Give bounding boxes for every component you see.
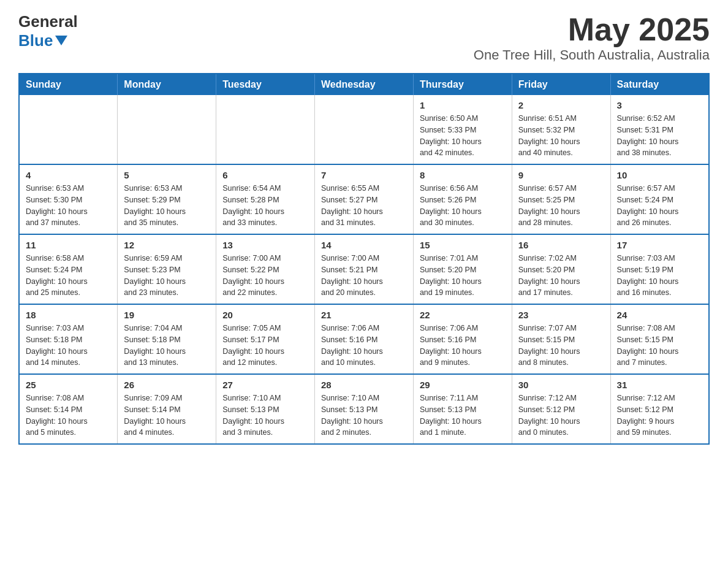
calendar-day-cell: 24Sunrise: 7:08 AM Sunset: 5:15 PM Dayli… [610,304,709,374]
calendar-header-row: SundayMondayTuesdayWednesdayThursdayFrid… [19,74,709,95]
day-number: 3 [617,100,702,110]
calendar-day-cell: 28Sunrise: 7:10 AM Sunset: 5:13 PM Dayli… [315,374,414,444]
day-info: Sunrise: 7:09 AM Sunset: 5:14 PM Dayligh… [124,393,210,439]
logo-line1: General [18,12,78,31]
day-info: Sunrise: 7:03 AM Sunset: 5:19 PM Dayligh… [617,253,702,299]
day-info: Sunrise: 6:57 AM Sunset: 5:24 PM Dayligh… [617,183,702,229]
calendar-day-cell: 1Sunrise: 6:50 AM Sunset: 5:33 PM Daylig… [413,95,512,164]
calendar-day-cell: 31Sunrise: 7:12 AM Sunset: 5:12 PM Dayli… [610,374,709,444]
day-number: 22 [420,310,506,320]
day-info: Sunrise: 7:06 AM Sunset: 5:16 PM Dayligh… [420,323,506,369]
calendar-day-cell: 10Sunrise: 6:57 AM Sunset: 5:24 PM Dayli… [610,164,709,234]
day-info: Sunrise: 6:52 AM Sunset: 5:31 PM Dayligh… [617,113,702,159]
day-info: Sunrise: 6:54 AM Sunset: 5:28 PM Dayligh… [222,183,308,229]
day-info: Sunrise: 7:12 AM Sunset: 5:12 PM Dayligh… [518,393,604,439]
day-number: 28 [321,380,407,390]
calendar-body: 1Sunrise: 6:50 AM Sunset: 5:33 PM Daylig… [19,95,709,444]
day-info: Sunrise: 6:51 AM Sunset: 5:32 PM Dayligh… [518,113,604,159]
day-number: 13 [222,240,308,250]
calendar-week-row: 18Sunrise: 7:03 AM Sunset: 5:18 PM Dayli… [19,304,709,374]
day-number: 18 [26,310,111,320]
day-number: 5 [124,170,210,180]
calendar-header: SundayMondayTuesdayWednesdayThursdayFrid… [19,74,709,95]
calendar-day-cell: 7Sunrise: 6:55 AM Sunset: 5:27 PM Daylig… [315,164,414,234]
day-number: 27 [222,380,308,390]
day-info: Sunrise: 7:00 AM Sunset: 5:22 PM Dayligh… [222,253,308,299]
day-number: 19 [124,310,210,320]
day-number: 25 [26,380,111,390]
calendar-day-header: Sunday [19,74,118,95]
day-info: Sunrise: 7:12 AM Sunset: 5:12 PM Dayligh… [617,393,702,439]
calendar-day-cell [19,95,118,164]
day-info: Sunrise: 7:06 AM Sunset: 5:16 PM Dayligh… [321,323,407,369]
day-info: Sunrise: 7:04 AM Sunset: 5:18 PM Dayligh… [124,323,210,369]
calendar-table: SundayMondayTuesdayWednesdayThursdayFrid… [18,73,710,445]
calendar-day-cell: 13Sunrise: 7:00 AM Sunset: 5:22 PM Dayli… [216,234,315,304]
calendar-day-cell: 22Sunrise: 7:06 AM Sunset: 5:16 PM Dayli… [413,304,512,374]
logo-line2: Blue [18,31,70,50]
day-info: Sunrise: 7:05 AM Sunset: 5:17 PM Dayligh… [222,323,308,369]
day-info: Sunrise: 6:53 AM Sunset: 5:29 PM Dayligh… [124,183,210,229]
day-info: Sunrise: 7:08 AM Sunset: 5:14 PM Dayligh… [26,393,111,439]
day-info: Sunrise: 7:08 AM Sunset: 5:15 PM Dayligh… [617,323,702,369]
calendar-week-row: 4Sunrise: 6:53 AM Sunset: 5:30 PM Daylig… [19,164,709,234]
day-number: 12 [124,240,210,250]
calendar-day-header: Wednesday [315,74,414,95]
calendar-day-cell: 29Sunrise: 7:11 AM Sunset: 5:13 PM Dayli… [413,374,512,444]
day-number: 23 [518,310,604,320]
day-number: 24 [617,310,702,320]
day-number: 31 [617,380,702,390]
calendar-day-cell [216,95,315,164]
day-info: Sunrise: 6:59 AM Sunset: 5:23 PM Dayligh… [124,253,210,299]
day-number: 26 [124,380,210,390]
day-info: Sunrise: 7:07 AM Sunset: 5:15 PM Dayligh… [518,323,604,369]
day-info: Sunrise: 6:56 AM Sunset: 5:26 PM Dayligh… [420,183,506,229]
calendar-day-cell: 16Sunrise: 7:02 AM Sunset: 5:20 PM Dayli… [512,234,610,304]
calendar-day-cell [315,95,414,164]
calendar-day-cell: 19Sunrise: 7:04 AM Sunset: 5:18 PM Dayli… [118,304,216,374]
day-info: Sunrise: 7:01 AM Sunset: 5:20 PM Dayligh… [420,253,506,299]
day-info: Sunrise: 7:02 AM Sunset: 5:20 PM Dayligh… [518,253,604,299]
calendar-day-cell: 12Sunrise: 6:59 AM Sunset: 5:23 PM Dayli… [118,234,216,304]
day-number: 4 [26,170,111,180]
day-info: Sunrise: 7:10 AM Sunset: 5:13 PM Dayligh… [321,393,407,439]
header: General Blue May 2025 One Tree Hill, Sou… [18,12,710,63]
day-number: 11 [26,240,111,250]
calendar-day-cell: 21Sunrise: 7:06 AM Sunset: 5:16 PM Dayli… [315,304,414,374]
page: General Blue May 2025 One Tree Hill, Sou… [0,0,728,463]
day-info: Sunrise: 6:57 AM Sunset: 5:25 PM Dayligh… [518,183,604,229]
day-number: 30 [518,380,604,390]
calendar-day-cell: 5Sunrise: 6:53 AM Sunset: 5:29 PM Daylig… [118,164,216,234]
calendar-day-header: Monday [118,74,216,95]
calendar-day-cell: 11Sunrise: 6:58 AM Sunset: 5:24 PM Dayli… [19,234,118,304]
calendar-day-header: Saturday [610,74,709,95]
day-number: 9 [518,170,604,180]
calendar-day-cell: 17Sunrise: 7:03 AM Sunset: 5:19 PM Dayli… [610,234,709,304]
calendar-day-cell: 20Sunrise: 7:05 AM Sunset: 5:17 PM Dayli… [216,304,315,374]
calendar-day-cell: 8Sunrise: 6:56 AM Sunset: 5:26 PM Daylig… [413,164,512,234]
page-title: May 2025 [474,12,710,47]
day-number: 15 [420,240,506,250]
day-number: 2 [518,100,604,110]
day-number: 29 [420,380,506,390]
calendar-day-header: Friday [512,74,610,95]
calendar-day-cell: 25Sunrise: 7:08 AM Sunset: 5:14 PM Dayli… [19,374,118,444]
logo: General Blue [18,12,78,50]
day-number: 8 [420,170,506,180]
logo-general-text: General [18,12,78,31]
day-info: Sunrise: 7:11 AM Sunset: 5:13 PM Dayligh… [420,393,506,439]
day-info: Sunrise: 6:50 AM Sunset: 5:33 PM Dayligh… [420,113,506,159]
calendar-week-row: 11Sunrise: 6:58 AM Sunset: 5:24 PM Dayli… [19,234,709,304]
calendar-day-header: Thursday [413,74,512,95]
calendar-day-cell: 9Sunrise: 6:57 AM Sunset: 5:25 PM Daylig… [512,164,610,234]
day-info: Sunrise: 7:00 AM Sunset: 5:21 PM Dayligh… [321,253,407,299]
logo-triangle-icon [55,36,67,45]
calendar-day-cell: 14Sunrise: 7:00 AM Sunset: 5:21 PM Dayli… [315,234,414,304]
title-block: May 2025 One Tree Hill, South Australia,… [474,12,710,63]
calendar-day-cell: 3Sunrise: 6:52 AM Sunset: 5:31 PM Daylig… [610,95,709,164]
day-info: Sunrise: 6:55 AM Sunset: 5:27 PM Dayligh… [321,183,407,229]
day-number: 6 [222,170,308,180]
day-number: 16 [518,240,604,250]
calendar-day-cell: 27Sunrise: 7:10 AM Sunset: 5:13 PM Dayli… [216,374,315,444]
calendar-day-cell: 4Sunrise: 6:53 AM Sunset: 5:30 PM Daylig… [19,164,118,234]
